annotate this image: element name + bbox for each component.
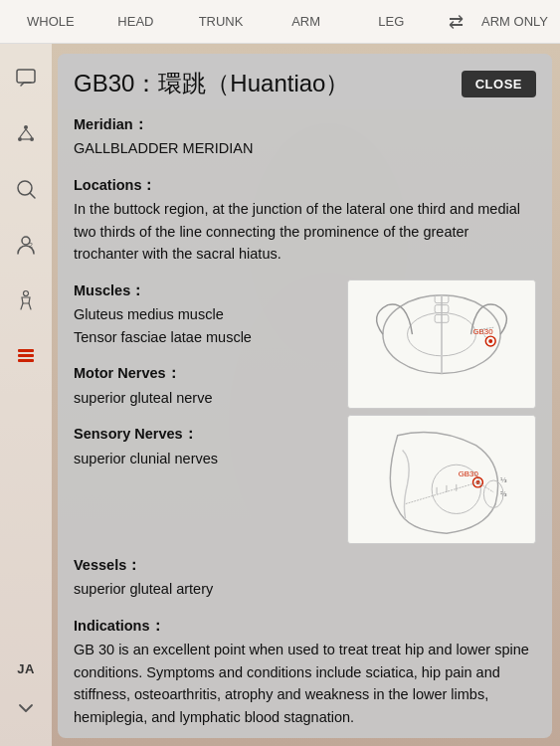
- svg-point-5: [30, 137, 34, 141]
- indications-text: GB 30 is an excellent point when used to…: [74, 639, 536, 728]
- vessels-text: superior gluteal artery: [74, 578, 536, 600]
- search-icon[interactable]: [8, 171, 44, 207]
- nav-head[interactable]: HEAD: [93, 4, 179, 39]
- user-label: JA: [17, 661, 35, 676]
- sidebar-bottom: JA: [8, 661, 44, 726]
- nav-arm-only[interactable]: ARM ONLY: [477, 4, 552, 39]
- svg-line-7: [26, 129, 32, 137]
- close-button[interactable]: CLOSE: [462, 71, 536, 97]
- anatomy-images: GB30: [347, 280, 536, 544]
- nav-arm[interactable]: ARM: [264, 4, 349, 39]
- person-icon[interactable]: 2: [8, 227, 44, 263]
- svg-rect-14: [18, 349, 34, 352]
- acupoint-popup: GB30：環跳（Huantiao） CLOSE Meridian： GALLBL…: [58, 54, 552, 738]
- svg-line-10: [30, 193, 35, 198]
- locations-section: Locations： In the buttock region, at the…: [74, 174, 536, 266]
- nav-leg[interactable]: LEG: [348, 4, 434, 39]
- svg-point-25: [488, 339, 492, 343]
- indications-section: Indications： GB 30 is an excellent point…: [74, 615, 536, 728]
- svg-text:⅔: ⅔: [500, 490, 507, 497]
- popup-body: Meridian： GALLBLADDER MERIDIAN Locations…: [58, 109, 552, 738]
- anatomy-image-top: GB30: [347, 280, 536, 409]
- layers-icon[interactable]: [8, 338, 44, 374]
- chat-icon[interactable]: [8, 60, 44, 95]
- nav-whole[interactable]: WHOLE: [8, 4, 93, 39]
- meridian-text: GALLBLADDER MERIDIAN: [74, 137, 536, 159]
- vessels-title: Vessels：: [74, 554, 536, 576]
- svg-point-13: [24, 291, 29, 296]
- svg-rect-16: [18, 359, 34, 362]
- svg-text:⅓: ⅓: [500, 476, 507, 483]
- meridian-title: Meridian：: [74, 113, 536, 135]
- top-navigation: WHOLE HEAD TRUNK ARM LEG ⇄ ARM ONLY: [0, 0, 560, 44]
- left-sidebar: 2 JA: [0, 44, 52, 746]
- vessels-section: Vessels： superior gluteal artery: [74, 554, 536, 601]
- svg-line-6: [20, 129, 26, 137]
- anatomy-image-bottom: GB30 ⅓ ⅔: [347, 415, 536, 544]
- popup-header: GB30：環跳（Huantiao） CLOSE: [58, 54, 552, 109]
- meridian-section: Meridian： GALLBLADDER MERIDIAN: [74, 113, 536, 160]
- body-outline-icon[interactable]: [8, 282, 44, 318]
- rotate-icon[interactable]: ⇄: [434, 1, 477, 43]
- indications-title: Indications：: [74, 615, 536, 637]
- locations-text: In the buttock region, at the junction o…: [74, 198, 536, 265]
- nodes-icon[interactable]: [8, 115, 44, 151]
- locations-title: Locations：: [74, 174, 536, 196]
- svg-rect-15: [18, 354, 34, 357]
- svg-text:GB30: GB30: [459, 469, 479, 478]
- nav-trunk[interactable]: TRUNK: [178, 4, 264, 39]
- svg-text:2: 2: [29, 242, 33, 249]
- svg-rect-2: [17, 70, 35, 83]
- popup-title: GB30：環跳（Huantiao）: [74, 68, 349, 99]
- svg-point-4: [18, 137, 22, 141]
- settings-arrow-icon[interactable]: [8, 690, 44, 726]
- svg-point-3: [24, 125, 28, 129]
